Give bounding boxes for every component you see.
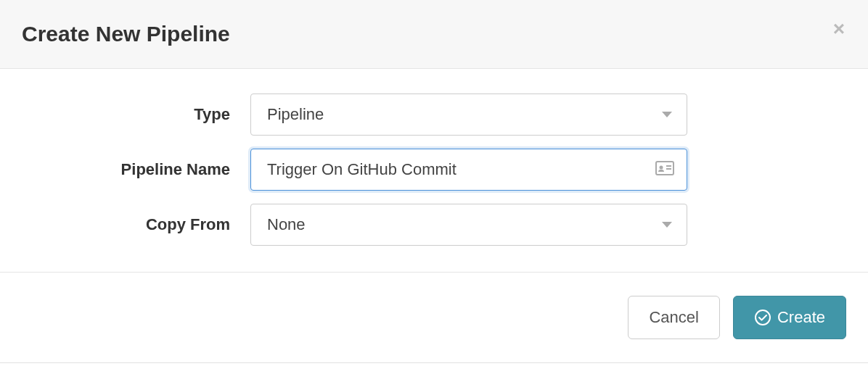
pipeline-name-input-wrap <box>250 149 687 191</box>
close-button[interactable]: × <box>827 17 851 41</box>
copy-from-select-value: None <box>267 215 306 234</box>
modal-footer: Cancel Create <box>0 272 868 362</box>
create-button-label: Create <box>777 308 825 327</box>
type-select-value: Pipeline <box>267 105 324 124</box>
copy-from-select[interactable]: None <box>250 204 687 246</box>
id-card-icon <box>655 161 674 178</box>
chevron-down-icon <box>662 112 672 117</box>
modal-header: Create New Pipeline × <box>0 0 868 69</box>
close-icon: × <box>833 17 845 40</box>
form-row-copy-from: Copy From None <box>22 204 846 246</box>
pipeline-name-label: Pipeline Name <box>22 160 250 179</box>
create-button[interactable]: Create <box>733 296 846 339</box>
create-pipeline-modal: Create New Pipeline × Type Pipeline Pipe… <box>0 0 868 363</box>
modal-title: Create New Pipeline <box>22 22 846 46</box>
copy-from-label: Copy From <box>22 215 250 234</box>
cancel-button-label: Cancel <box>649 308 698 327</box>
form-row-pipeline-name: Pipeline Name <box>22 149 846 191</box>
form-row-type: Type Pipeline <box>22 94 846 136</box>
pipeline-name-input[interactable] <box>250 149 687 191</box>
type-select[interactable]: Pipeline <box>250 94 687 136</box>
type-label: Type <box>22 105 250 124</box>
chevron-down-icon <box>662 222 672 228</box>
cancel-button[interactable]: Cancel <box>628 296 719 339</box>
svg-point-1 <box>660 166 663 170</box>
type-select-wrap: Pipeline <box>250 94 687 136</box>
modal-body: Type Pipeline Pipeline Name <box>0 69 868 272</box>
svg-point-4 <box>756 310 770 325</box>
copy-from-select-wrap: None <box>250 204 687 246</box>
check-circle-icon <box>754 309 771 326</box>
